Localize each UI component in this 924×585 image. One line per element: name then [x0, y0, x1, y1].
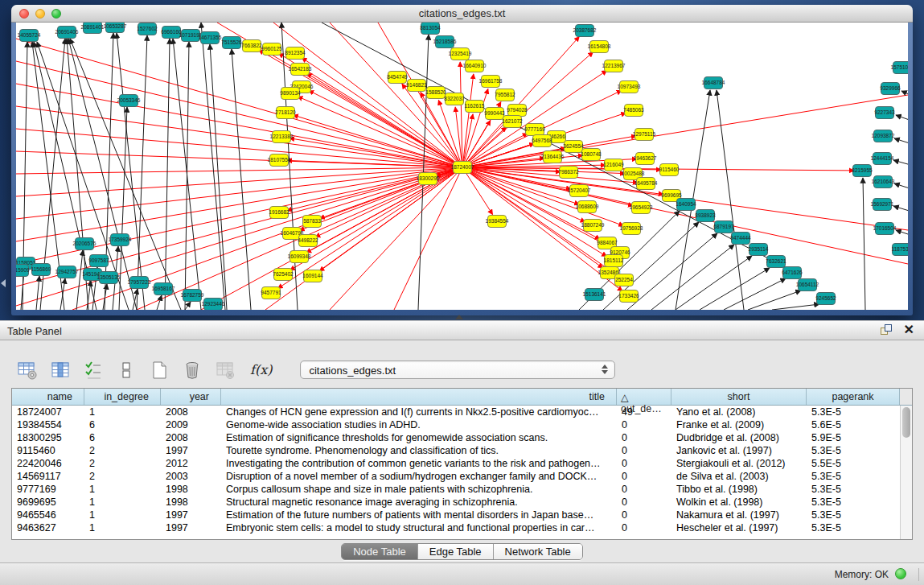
graph-node[interactable]: 9474444	[730, 233, 751, 245]
graph-node-selected[interactable]: 8454749	[387, 72, 408, 84]
graph-node[interactable]: 17957223	[128, 277, 151, 289]
graph-edge[interactable]	[105, 33, 113, 310]
table-row[interactable]: 1872400712008Changes of HCN gene express…	[12, 406, 900, 418]
split-pane-collapse-arrow[interactable]	[455, 315, 463, 319]
graph-edge[interactable]	[627, 233, 717, 310]
table-selector-combobox[interactable]: citations_edges.txt	[300, 360, 615, 379]
graph-node[interactable]: 2935114	[749, 244, 769, 256]
column-header-in-degree[interactable]: in_degree	[84, 389, 161, 405]
table-row[interactable]: 977716911998Corpus callosum shape and si…	[12, 483, 900, 496]
table-row[interactable]: 946362711997Embryonic stem cells: a mode…	[12, 521, 900, 534]
graph-node-selected[interactable]: 16099348	[288, 251, 311, 263]
graph-node[interactable]: 14055724	[18, 30, 41, 42]
graph-node[interactable]: 7632621	[766, 256, 786, 268]
graph-node-selected[interactable]: 8912354	[285, 47, 306, 60]
graph-node-selected[interactable]: 4498222	[298, 235, 318, 247]
graph-node-selected[interactable]: 6497568	[532, 135, 552, 147]
graph-edge-selected[interactable]	[294, 115, 462, 167]
graph-node[interactable]: 12093872	[872, 130, 895, 142]
column-header-year[interactable]: year	[161, 389, 221, 405]
graph-node-selected[interactable]: 9146821	[406, 80, 427, 92]
graph-node[interactable]: 17359924	[109, 234, 132, 246]
column-header-short[interactable]: short	[671, 389, 807, 405]
graph-edge[interactable]	[210, 44, 227, 310]
graph-edge[interactable]	[896, 115, 908, 126]
graph-node-selected[interactable]: 15720407	[568, 185, 591, 197]
graph-edge[interactable]	[185, 302, 191, 310]
graph-node-selected[interactable]: 252254	[615, 274, 634, 286]
graph-edge[interactable]	[772, 304, 819, 310]
delete-icon[interactable]	[181, 359, 203, 381]
graph-node-selected[interactable]: 7485063	[623, 105, 644, 117]
table-row[interactable]: 1938455462009Genome-wide association stu…	[12, 418, 900, 431]
graph-node-selected[interactable]: 9777169	[524, 124, 545, 136]
graph-node-selected[interactable]: 1609144	[302, 270, 323, 282]
graph-node-selected[interactable]: 9115460	[659, 164, 680, 176]
graph-node-selected[interactable]: 1733426	[618, 290, 639, 303]
graph-node[interactable]: 7515526	[221, 37, 242, 49]
graph-node-selected[interactable]: 2718120	[275, 107, 296, 119]
rows-icon[interactable]	[115, 359, 138, 381]
new-table-icon[interactable]	[148, 359, 170, 381]
graph-node[interactable]: 20891401	[81, 23, 105, 34]
graph-node[interactable]: 3915909	[16, 265, 30, 277]
graph-node-selected[interactable]: 9794028	[507, 105, 528, 117]
citation-network-graph[interactable]: 1405572420691406208914011065328715276026…	[16, 23, 908, 310]
graph-edge[interactable]	[201, 23, 225, 310]
close-panel-icon[interactable]: ✕	[904, 323, 914, 336]
graph-node-selected[interactable]: 10973493	[618, 81, 641, 93]
graph-node[interactable]: 20387682	[573, 25, 597, 37]
graph-node[interactable]: 16210643	[872, 176, 895, 188]
graph-node[interactable]: 10654112	[796, 279, 819, 291]
table-settings-icon[interactable]	[16, 359, 39, 381]
graph-node-selected[interactable]: 12325419	[449, 48, 472, 60]
graph-node-selected[interactable]: 16154808	[588, 41, 611, 53]
graph-node[interactable]: 15692971	[871, 199, 894, 211]
graph-node-selected[interactable]: 19384554	[486, 216, 509, 228]
graph-edge[interactable]	[896, 230, 908, 240]
graph-node-selected[interactable]: 10688609	[576, 201, 599, 213]
graph-node-selected[interactable]: 16495784	[634, 178, 658, 190]
graph-node-selected[interactable]: 19463627	[634, 153, 657, 165]
graph-edge-selected[interactable]	[302, 58, 462, 167]
graph-node-selected[interactable]: 1621072	[502, 116, 523, 128]
graph-node[interactable]: 8813054	[420, 23, 441, 35]
graph-node[interactable]: 16958167	[152, 283, 175, 295]
graph-node-selected[interactable]: 18300295	[417, 173, 440, 185]
graph-node-selected[interactable]: 587833	[303, 216, 322, 228]
function-builder-icon[interactable]: f(x)	[250, 362, 272, 377]
graph-edge[interactable]	[232, 49, 251, 310]
left-panel-collapse-arrow[interactable]	[1, 279, 6, 287]
graph-node[interactable]: 12923446	[202, 299, 225, 311]
graph-node[interactable]: 8215955	[852, 165, 873, 177]
table-row[interactable]: 969969511998Structural magnetic resonanc…	[12, 496, 900, 509]
graph-node-selected[interactable]: 18807249	[581, 220, 605, 232]
graph-node-selected[interactable]: 9960125	[261, 43, 282, 56]
graph-node[interactable]: 20053346	[117, 95, 141, 107]
graph-edge[interactable]	[717, 90, 744, 310]
graph-node[interactable]: 17016504	[873, 223, 897, 235]
graph-edge[interactable]	[894, 138, 908, 148]
graph-node[interactable]: 10653287	[104, 23, 127, 33]
graph-node-selected[interactable]: 18107554	[268, 154, 291, 167]
graph-node-selected[interactable]: 1588520	[425, 87, 446, 99]
graph-node-selected[interactable]: 18724007	[451, 162, 474, 174]
graph-node[interactable]: 1640954	[676, 199, 696, 211]
table-row[interactable]: 911546021997Tourette syndrome. Phenomeno…	[12, 444, 900, 457]
graph-edge[interactable]	[700, 268, 770, 310]
graph-node[interactable]: 12942757	[55, 266, 79, 278]
table-row[interactable]: 2242004622012Investigating the contribut…	[12, 457, 900, 470]
graph-edge[interactable]	[157, 295, 162, 310]
graph-node-selected[interactable]: 1815112	[604, 255, 624, 267]
graph-node-selected[interactable]: 1916682	[269, 207, 290, 219]
graph-node-selected[interactable]: 9890134	[280, 88, 301, 100]
tab-network-table[interactable]: Network Table	[494, 544, 582, 559]
graph-node-selected[interactable]: 7986372	[558, 167, 579, 179]
graph-edge[interactable]	[137, 35, 147, 310]
graph-edge[interactable]	[894, 183, 908, 193]
graph-node[interactable]: 1187533	[892, 244, 908, 256]
graph-node[interactable]: 16648784	[702, 77, 725, 89]
graph-node-selected[interactable]: 21364436	[541, 151, 565, 163]
graph-edge-selected[interactable]	[16, 167, 462, 306]
graph-edge[interactable]	[863, 178, 865, 310]
